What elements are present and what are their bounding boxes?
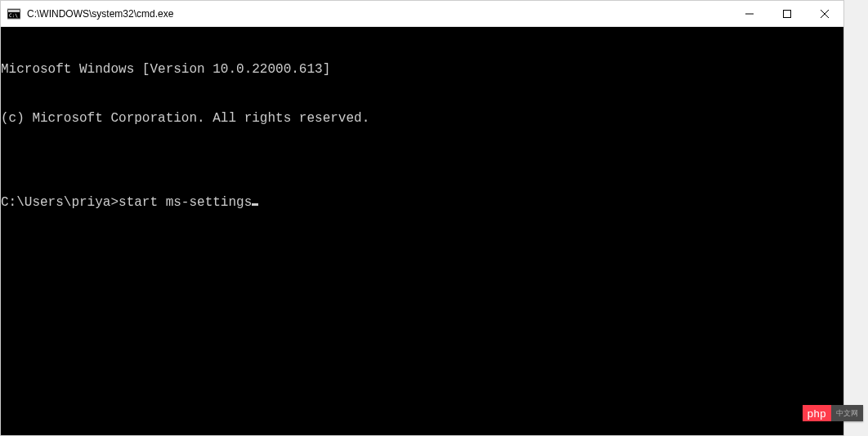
titlebar-left: C:\ C:\WINDOWS\system32\cmd.exe: [7, 7, 173, 20]
minimize-button[interactable]: [731, 1, 768, 27]
terminal-cursor: [252, 203, 258, 206]
watermark: php 中文网: [803, 405, 863, 421]
maximize-button[interactable]: [768, 1, 806, 27]
watermark-left: php: [803, 405, 831, 421]
terminal-prompt: C:\Users\priya>: [1, 194, 119, 211]
close-button[interactable]: [806, 1, 843, 27]
terminal-body[interactable]: Microsoft Windows [Version 10.0.22000.61…: [1, 27, 843, 435]
terminal-output-line: (c) Microsoft Corporation. All rights re…: [1, 110, 843, 127]
window-title: C:\WINDOWS\system32\cmd.exe: [27, 8, 173, 20]
cmd-window: C:\ C:\WINDOWS\system32\cmd.exe Microsof…: [0, 0, 844, 436]
svg-text:C:\: C:\: [9, 12, 18, 18]
terminal-command: start ms-settings: [119, 194, 252, 211]
terminal-output-line: Microsoft Windows [Version 10.0.22000.61…: [1, 61, 843, 78]
watermark-right: 中文网: [831, 405, 863, 421]
svg-rect-4: [784, 10, 791, 17]
window-controls: [731, 1, 843, 27]
titlebar[interactable]: C:\ C:\WINDOWS\system32\cmd.exe: [1, 1, 843, 27]
cmd-icon: C:\: [7, 7, 20, 20]
terminal-prompt-line: C:\Users\priya>start ms-settings: [1, 192, 843, 211]
